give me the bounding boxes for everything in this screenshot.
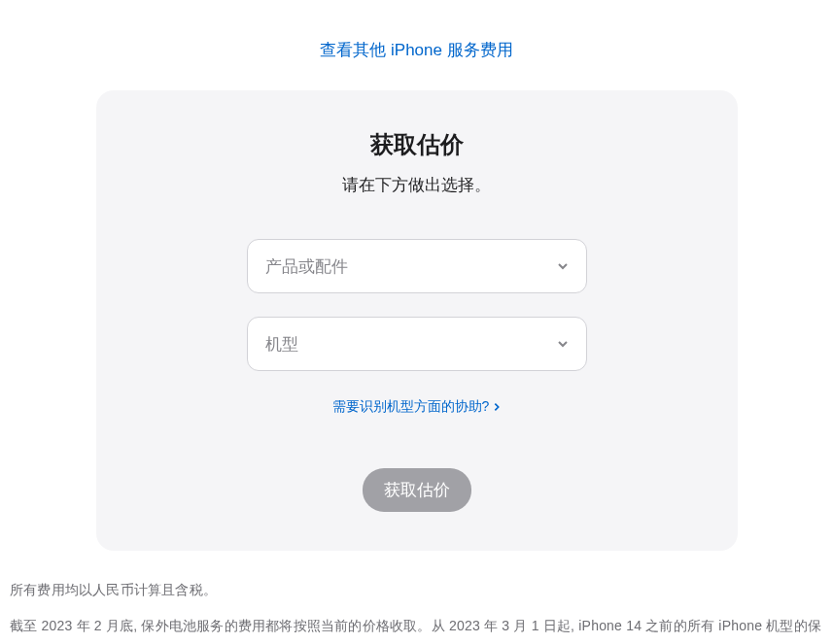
identify-model-help-link[interactable]: 需要识别机型方面的协助? xyxy=(332,398,502,416)
chevron-right-icon xyxy=(493,402,501,412)
estimate-card: 获取估价 请在下方做出选择。 产品或配件 机型 需要识别机型方面的协助? 获取估… xyxy=(96,90,738,551)
product-select-placeholder: 产品或配件 xyxy=(265,255,348,278)
footer-line-2: 截至 2023 年 2 月底, 保外电池服务的费用都将按照当前的价格收取。从 2… xyxy=(10,613,823,644)
chevron-down-icon xyxy=(557,338,569,350)
footer-line-2-text: 截至 2023 年 2 月底, 保外电池服务的费用都将按照当前的价格收取。从 2… xyxy=(10,618,821,644)
chevron-down-icon xyxy=(557,260,569,272)
product-select[interactable]: 产品或配件 xyxy=(247,239,587,293)
card-title: 获取估价 xyxy=(145,129,689,160)
get-estimate-button[interactable]: 获取估价 xyxy=(363,468,471,512)
model-select[interactable]: 机型 xyxy=(247,317,587,371)
card-subtitle: 请在下方做出选择。 xyxy=(145,174,689,196)
view-other-services-link[interactable]: 查看其他 iPhone 服务费用 xyxy=(320,41,512,59)
footer-notes: 所有费用均以人民币计算且含税。 截至 2023 年 2 月底, 保外电池服务的费… xyxy=(0,551,833,644)
footer-line-1: 所有费用均以人民币计算且含税。 xyxy=(10,577,823,603)
model-select-placeholder: 机型 xyxy=(265,333,298,356)
help-link-text: 需要识别机型方面的协助? xyxy=(332,398,490,416)
